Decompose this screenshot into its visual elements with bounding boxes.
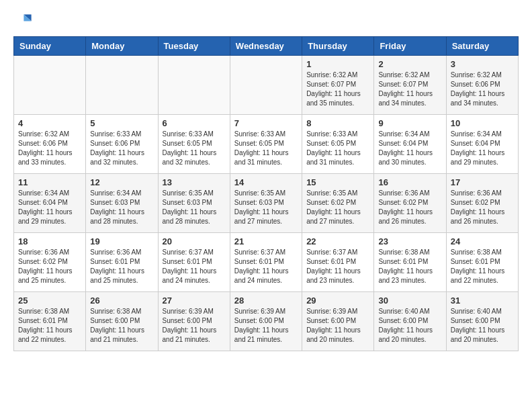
calendar-week-row-5: 25Sunrise: 6:38 AM Sunset: 6:01 PM Dayli… [14,292,519,351]
day-info: Sunrise: 6:37 AM Sunset: 6:01 PM Dayligh… [163,248,226,285]
day-number: 10 [451,118,514,128]
calendar-cell: 30Sunrise: 6:40 AM Sunset: 6:00 PM Dayli… [374,292,446,351]
day-info: Sunrise: 6:38 AM Sunset: 6:01 PM Dayligh… [451,248,514,285]
header-thursday: Thursday [302,37,374,56]
calendar-week-row-3: 11Sunrise: 6:34 AM Sunset: 6:04 PM Dayli… [14,174,519,233]
header [13,11,519,30]
calendar-week-row-2: 4Sunrise: 6:32 AM Sunset: 6:06 PM Daylig… [14,115,519,174]
day-number: 3 [451,59,514,69]
day-number: 12 [90,177,153,187]
calendar-cell: 6Sunrise: 6:33 AM Sunset: 6:05 PM Daylig… [158,115,230,174]
day-number: 18 [18,236,81,246]
day-info: Sunrise: 6:39 AM Sunset: 6:00 PM Dayligh… [234,307,298,345]
day-info: Sunrise: 6:32 AM Sunset: 6:06 PM Dayligh… [18,130,81,167]
calendar-cell: 16Sunrise: 6:36 AM Sunset: 6:02 PM Dayli… [374,174,446,233]
header-saturday: Saturday [446,37,518,56]
calendar-cell: 9Sunrise: 6:34 AM Sunset: 6:04 PM Daylig… [374,115,446,174]
calendar-cell: 14Sunrise: 6:35 AM Sunset: 6:03 PM Dayli… [230,174,302,233]
calendar-cell: 20Sunrise: 6:37 AM Sunset: 6:01 PM Dayli… [158,233,230,292]
day-number: 13 [163,177,226,187]
calendar-cell: 25Sunrise: 6:38 AM Sunset: 6:01 PM Dayli… [14,292,86,351]
day-number: 28 [234,295,298,306]
calendar-cell: 8Sunrise: 6:33 AM Sunset: 6:05 PM Daylig… [302,115,374,174]
calendar-cell: 23Sunrise: 6:38 AM Sunset: 6:01 PM Dayli… [374,233,446,292]
day-info: Sunrise: 6:34 AM Sunset: 6:03 PM Dayligh… [90,189,153,226]
calendar-cell: 13Sunrise: 6:35 AM Sunset: 6:03 PM Dayli… [158,174,230,233]
calendar-cell: 5Sunrise: 6:33 AM Sunset: 6:06 PM Daylig… [86,115,158,174]
calendar-cell: 26Sunrise: 6:38 AM Sunset: 6:00 PM Dayli… [86,292,158,351]
calendar-cell: 19Sunrise: 6:36 AM Sunset: 6:01 PM Dayli… [86,233,158,292]
weekday-header-row: Sunday Monday Tuesday Wednesday Thursday… [14,37,519,56]
day-number: 8 [306,118,369,128]
calendar-cell: 4Sunrise: 6:32 AM Sunset: 6:06 PM Daylig… [14,115,86,174]
calendar-cell: 17Sunrise: 6:36 AM Sunset: 6:02 PM Dayli… [446,174,518,233]
header-wednesday: Wednesday [230,37,302,56]
day-info: Sunrise: 6:34 AM Sunset: 6:04 PM Dayligh… [378,130,441,167]
calendar-cell: 10Sunrise: 6:34 AM Sunset: 6:04 PM Dayli… [446,115,518,174]
calendar-cell: 28Sunrise: 6:39 AM Sunset: 6:00 PM Dayli… [230,292,302,351]
day-info: Sunrise: 6:34 AM Sunset: 6:04 PM Dayligh… [451,130,514,167]
day-info: Sunrise: 6:33 AM Sunset: 6:05 PM Dayligh… [234,130,298,167]
calendar-cell [14,56,86,115]
calendar-week-row-4: 18Sunrise: 6:36 AM Sunset: 6:02 PM Dayli… [14,233,519,292]
day-info: Sunrise: 6:36 AM Sunset: 6:02 PM Dayligh… [451,189,514,226]
day-info: Sunrise: 6:40 AM Sunset: 6:00 PM Dayligh… [451,307,514,345]
calendar-cell: 7Sunrise: 6:33 AM Sunset: 6:05 PM Daylig… [230,115,302,174]
day-info: Sunrise: 6:40 AM Sunset: 6:00 PM Dayligh… [378,307,441,345]
calendar-cell: 15Sunrise: 6:35 AM Sunset: 6:02 PM Dayli… [302,174,374,233]
calendar-cell: 24Sunrise: 6:38 AM Sunset: 6:01 PM Dayli… [446,233,518,292]
day-number: 25 [18,295,81,306]
calendar-cell: 2Sunrise: 6:32 AM Sunset: 6:07 PM Daylig… [374,56,446,115]
calendar-cell: 18Sunrise: 6:36 AM Sunset: 6:02 PM Dayli… [14,233,86,292]
day-info: Sunrise: 6:34 AM Sunset: 6:04 PM Dayligh… [18,189,81,226]
day-info: Sunrise: 6:35 AM Sunset: 6:03 PM Dayligh… [163,189,226,226]
calendar-cell: 3Sunrise: 6:32 AM Sunset: 6:06 PM Daylig… [446,56,518,115]
day-number: 27 [163,295,226,306]
day-number: 16 [378,177,441,187]
logo [13,11,35,30]
day-number: 1 [306,59,369,69]
day-number: 11 [18,177,81,187]
day-info: Sunrise: 6:36 AM Sunset: 6:02 PM Dayligh… [378,189,441,226]
day-number: 5 [90,118,153,128]
day-number: 22 [306,236,369,246]
day-number: 30 [378,295,441,306]
day-number: 23 [378,236,441,246]
header-friday: Friday [374,37,446,56]
day-info: Sunrise: 6:36 AM Sunset: 6:01 PM Dayligh… [90,248,153,285]
header-sunday: Sunday [14,37,86,56]
day-number: 24 [451,236,514,246]
day-info: Sunrise: 6:32 AM Sunset: 6:06 PM Dayligh… [451,71,514,108]
day-info: Sunrise: 6:39 AM Sunset: 6:00 PM Dayligh… [306,307,369,345]
calendar-cell: 29Sunrise: 6:39 AM Sunset: 6:00 PM Dayli… [302,292,374,351]
day-info: Sunrise: 6:39 AM Sunset: 6:00 PM Dayligh… [163,307,226,345]
day-number: 31 [451,295,514,306]
calendar-cell: 31Sunrise: 6:40 AM Sunset: 6:00 PM Dayli… [446,292,518,351]
day-number: 2 [378,59,441,69]
calendar-cell [230,56,302,115]
day-info: Sunrise: 6:37 AM Sunset: 6:01 PM Dayligh… [234,248,298,285]
header-tuesday: Tuesday [158,37,230,56]
calendar-cell [86,56,158,115]
calendar-cell: 1Sunrise: 6:32 AM Sunset: 6:07 PM Daylig… [302,56,374,115]
day-number: 29 [306,295,369,306]
day-number: 6 [163,118,226,128]
day-number: 26 [90,295,153,306]
day-info: Sunrise: 6:32 AM Sunset: 6:07 PM Dayligh… [306,71,369,108]
day-info: Sunrise: 6:35 AM Sunset: 6:02 PM Dayligh… [306,189,369,226]
day-info: Sunrise: 6:33 AM Sunset: 6:05 PM Dayligh… [163,130,226,167]
day-info: Sunrise: 6:37 AM Sunset: 6:01 PM Dayligh… [306,248,369,285]
logo-icon [13,11,32,30]
day-info: Sunrise: 6:33 AM Sunset: 6:05 PM Dayligh… [306,130,369,167]
day-info: Sunrise: 6:38 AM Sunset: 6:01 PM Dayligh… [18,307,81,345]
calendar-cell [158,56,230,115]
day-info: Sunrise: 6:33 AM Sunset: 6:06 PM Dayligh… [90,130,153,167]
day-number: 19 [90,236,153,246]
day-info: Sunrise: 6:35 AM Sunset: 6:03 PM Dayligh… [234,189,298,226]
day-number: 7 [234,118,298,128]
day-number: 15 [306,177,369,187]
calendar-cell: 11Sunrise: 6:34 AM Sunset: 6:04 PM Dayli… [14,174,86,233]
calendar-table: Sunday Monday Tuesday Wednesday Thursday… [13,36,519,351]
calendar-cell: 22Sunrise: 6:37 AM Sunset: 6:01 PM Dayli… [302,233,374,292]
day-number: 17 [451,177,514,187]
